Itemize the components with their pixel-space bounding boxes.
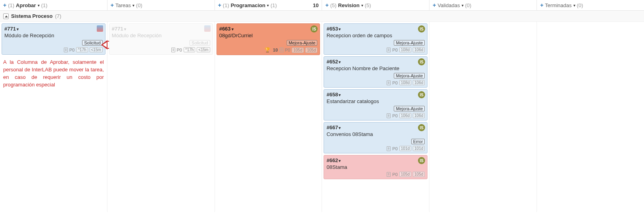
card-tag: Solicitud [190,40,210,46]
chevron-down-icon[interactable]: ▾ [38,3,40,8]
avatar-icon [97,25,103,32]
column-title: Programacion [231,2,265,8]
card-meta: P0 108d 106d [326,80,425,85]
card-title: Estandarizar catalogos [326,98,425,104]
document-icon [64,48,68,52]
column-header-terminadas[interactable]: + Terminadas ▾ (0) [537,0,644,10]
chevron-down-icon[interactable]: ▾ [462,3,464,8]
column-header-aprobar[interactable]: + (1) Aprobar ▾ (1) [0,0,107,10]
card-tag: Solicitud [82,40,103,46]
card-id[interactable]: #662▾ [326,157,425,163]
column-header-programacion[interactable]: + (1) Programacion ▾ (1) 10 [215,0,322,10]
add-card-icon[interactable]: + [3,2,6,8]
document-icon [387,172,391,177]
card-id[interactable]: #771▾ [4,26,103,32]
task-card[interactable]: IS #658▾ Estandarizar catalogos Mejora-A… [324,89,427,121]
chevron-down-icon[interactable]: ▾ [339,126,341,130]
column-title: Tareas [115,2,131,8]
card-stale: 106d [413,47,425,52]
column-header-revision[interactable]: + (5) Revision ▾ (5) [322,0,429,10]
column-card-count: (1) [41,2,48,8]
column-aprobar[interactable]: #771▾ Módulo de Recepción Solicitud P0 ^… [0,22,107,212]
add-card-icon[interactable]: + [325,2,328,8]
swimlane-count: (7) [55,13,61,19]
card-meta: P0 101d 101d [326,146,425,151]
chevron-down-icon[interactable]: ▾ [573,3,575,8]
card-age: 105d [399,172,411,177]
task-card-placeholder: #771▾ Módulo de Recepción Solicitud P0 ^… [109,23,213,55]
collapse-icon[interactable] [3,13,9,19]
card-priority: P0 [392,172,397,177]
card-stale: 106d [413,80,425,85]
card-tag: Mejora-Ajuste [394,73,425,78]
card-tag: Mejora-Ajuste [394,106,425,111]
chevron-down-icon[interactable]: ▾ [339,93,341,97]
card-id[interactable]: #653▾ [326,26,425,32]
card-score: 10 [273,48,278,52]
card-id[interactable]: #652▾ [326,59,425,65]
column-programacion[interactable]: IS #663▾ 08gd/DrCurriel Mejora-Ajuste 🏆 … [215,22,322,212]
card-stale: 106d [413,113,425,118]
card-priority: P0 [392,48,397,52]
card-title: Recepcion orden de campos [326,33,425,38]
kanban-board: + (1) Aprobar ▾ (1) + Tareas ▾ (0) + (1)… [0,0,644,212]
task-card[interactable]: IS #667▾ Convenios 08Stama Error P0 101d… [324,122,427,153]
card-id[interactable]: #667▾ [326,124,425,130]
card-age: 105d [292,48,304,53]
add-card-icon[interactable]: + [111,2,114,8]
add-card-icon[interactable]: + [433,2,436,8]
column-card-count: (0) [136,2,142,8]
task-card[interactable]: IS #663▾ 08gd/DrCurriel Mejora-Ajuste 🏆 … [217,23,320,55]
card-priority: P0 [285,48,290,52]
column-terminadas[interactable] [537,22,644,212]
card-id[interactable]: #658▾ [326,92,425,98]
column-tareas[interactable]: #771▾ Módulo de Recepción Solicitud P0 ^… [107,22,215,212]
column-title: Aprobar [16,2,36,8]
annotation-note: A la Columna de Aprobar, solamente el pe… [2,56,105,91]
card-title: 08gd/DrCurriel [219,33,318,38]
column-header-validadas[interactable]: + Validadas ▾ (0) [429,0,537,10]
chevron-down-icon[interactable]: ▾ [339,60,341,64]
column-title: Revision [338,2,360,8]
document-icon [387,146,391,151]
column-score: 10 [313,2,318,8]
card-meta: P0 106d 106d [326,113,425,118]
chevron-down-icon[interactable]: ▾ [361,3,363,8]
column-wip-count: (1) [223,2,229,8]
document-icon [387,113,391,118]
columns-body: #771▾ Módulo de Recepción Solicitud P0 ^… [0,22,644,212]
chevron-down-icon[interactable]: ▾ [339,159,341,163]
chevron-down-icon[interactable]: ▾ [132,3,134,8]
card-tag: Mejora-Ajuste [394,40,425,46]
trophy-icon: 🏆 [264,47,270,53]
add-card-icon[interactable]: + [218,2,221,8]
card-id-text: #652 [326,59,338,65]
add-card-icon[interactable]: + [540,2,543,8]
task-card[interactable]: #771▾ Módulo de Recepción Solicitud P0 ^… [2,23,105,55]
card-id-text: #663 [219,26,231,32]
chevron-down-icon[interactable]: ▾ [17,27,19,31]
task-card[interactable]: IS #653▾ Recepcion orden de campos Mejor… [324,23,427,55]
column-validadas[interactable] [429,22,537,212]
card-tag: Error [411,139,425,144]
column-header-tareas[interactable]: + Tareas ▾ (0) [107,0,215,10]
chevron-down-icon[interactable]: ▾ [267,3,269,8]
chevron-down-icon[interactable]: ▾ [339,27,341,31]
chevron-down-icon[interactable]: ▾ [232,27,234,31]
card-priority: P0 [392,80,397,85]
swimlane-header[interactable]: Sistema Proceso (7) [0,11,644,22]
card-id-text: #771 [112,26,123,32]
task-card[interactable]: IS #662▾ 08Stama P0 105d 105d [324,155,427,179]
card-age: 108d [399,47,411,52]
column-wip-count: (5) [330,2,337,8]
card-meta: P0 ^17h <15m [4,47,103,52]
column-revision[interactable]: IS #653▾ Recepcion orden de campos Mejor… [322,22,429,212]
card-stale: 105d [413,172,425,177]
task-card[interactable]: IS #652▾ Recepcion Nombre de Paciente Me… [324,56,427,88]
card-stale: <15m [197,47,210,52]
card-title: Recepcion Nombre de Paciente [326,65,425,71]
card-id[interactable]: #663▾ [219,26,318,32]
card-meta: P0 105d 105d [326,172,425,177]
card-tag: Mejora-Ajuste [287,40,318,46]
card-id-text: #771 [4,26,16,32]
